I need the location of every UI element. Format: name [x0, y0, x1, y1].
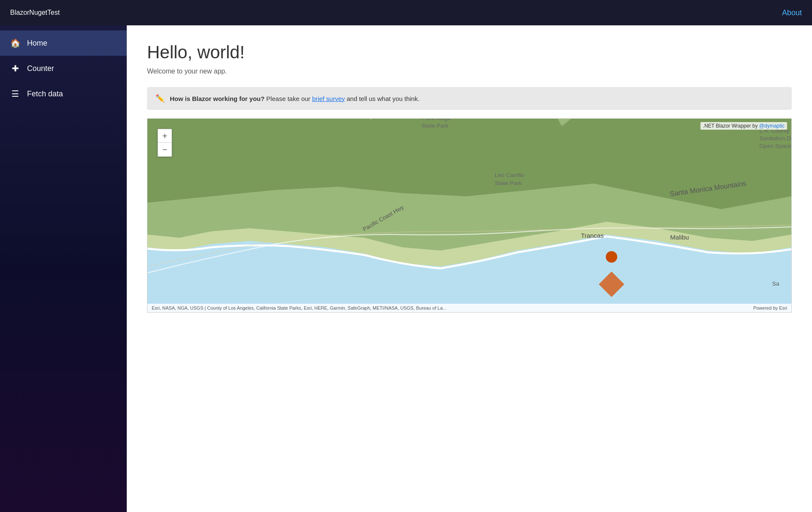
app-title: BlazorNugetTest [10, 9, 60, 16]
svg-text:Point Mugu: Point Mugu [422, 119, 451, 121]
attribution-text: Esri, NASA, NGA, USGS | County of Los An… [152, 305, 447, 310]
survey-banner: ✏️ How is Blazor working for you? Please… [147, 87, 792, 110]
svg-point-25 [606, 251, 617, 262]
powered-by-text: Powered by Esri [753, 305, 787, 310]
map-svg: Santa Monica Mountains Santa Monica Moun… [147, 119, 791, 312]
survey-bold-text: How is Blazor working for you? [170, 95, 264, 102]
sidebar: 🏠 Home ✚ Counter ☰ Fetch data [0, 25, 127, 512]
page-subtitle: Welcome to your new app. [147, 68, 792, 75]
about-link[interactable]: About [782, 8, 802, 17]
sidebar-item-fetch-data[interactable]: ☰ Fetch data [0, 81, 127, 106]
svg-text:Trancas: Trancas [581, 232, 604, 239]
sidebar-item-fetch-data-label: Fetch data [27, 90, 63, 98]
sidebar-item-counter-label: Counter [27, 64, 54, 73]
sidebar-item-home[interactable]: 🏠 Home [0, 30, 127, 56]
table-icon: ☰ [10, 89, 20, 99]
main-content: Hello, world! Welcome to your new app. ✏… [127, 25, 812, 512]
sidebar-item-home-label: Home [27, 39, 47, 48]
sidebar-item-counter[interactable]: ✚ Counter [0, 56, 127, 81]
page-title: Hello, world! [147, 42, 792, 63]
survey-text-after: and tell us what you think. [345, 95, 420, 102]
svg-text:State Park: State Park [495, 180, 522, 186]
survey-text: How is Blazor working for you? Please ta… [170, 95, 420, 102]
map-branding: .NET Blazor Wrapper by @dymaptic [700, 122, 787, 130]
svg-text:Sanitation Distr...: Sanitation Distr... [760, 135, 791, 142]
survey-text-before: Please take our [264, 95, 312, 102]
topbar: BlazorNugetTest About [0, 0, 812, 25]
svg-text:Leo Carrillo: Leo Carrillo [495, 172, 524, 178]
svg-text:Open Space: Open Space [760, 143, 791, 149]
map-branding-text: .NET Blazor Wrapper by [703, 123, 759, 129]
survey-link[interactable]: brief survey [312, 95, 345, 102]
svg-text:State Park: State Park [422, 123, 449, 129]
dymaptic-link[interactable]: @dymaptic [759, 123, 785, 129]
svg-text:Malibu: Malibu [670, 234, 689, 241]
svg-text:Sa: Sa [772, 281, 779, 287]
home-icon: 🏠 [10, 38, 20, 48]
pencil-icon: ✏️ [155, 94, 165, 103]
map-controls: + − [158, 129, 172, 157]
main-layout: 🏠 Home ✚ Counter ☰ Fetch data Hello, wor… [0, 25, 812, 512]
zoom-out-button[interactable]: − [158, 143, 172, 156]
map-attribution: Esri, NASA, NGA, USGS | County of Los An… [147, 304, 791, 312]
zoom-in-button[interactable]: + [158, 129, 172, 143]
map-container[interactable]: Santa Monica Mountains Santa Monica Moun… [147, 118, 792, 313]
plus-icon: ✚ [10, 63, 20, 74]
